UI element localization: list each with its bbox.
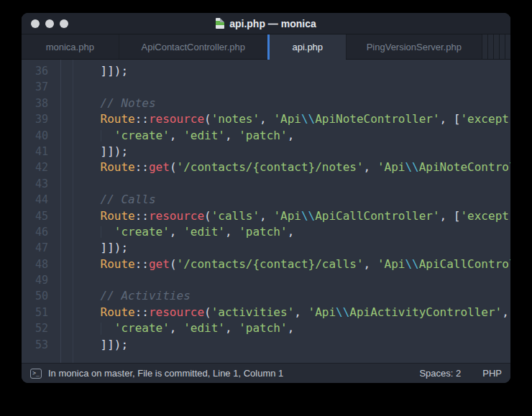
code-line[interactable]: 48 Route::get('/contacts/{contact}/calls… (22, 256, 510, 272)
code-line[interactable]: 38 // Notes (22, 96, 510, 111)
php-file-icon (216, 18, 224, 29)
overflow-tab[interactable] (487, 34, 493, 59)
status-bar: >_ In monica on master, File is committe… (22, 363, 510, 383)
line-number: 41 (22, 144, 60, 160)
code-text[interactable]: Route::resource('calls', 'Api\\ApiCallCo… (60, 208, 510, 224)
code-text[interactable]: ]]); (60, 337, 128, 353)
line-number: 43 (22, 176, 60, 192)
syntax-selector[interactable]: PHP (482, 368, 502, 379)
git-status-text: In monica on master, File is committed, … (48, 368, 283, 379)
code-text[interactable]: Route::get('/contacts/{contact}/calls', … (60, 256, 510, 272)
minimize-button[interactable] (45, 19, 54, 28)
code-line[interactable]: 52 'create', 'edit', 'patch', (22, 320, 510, 336)
code-line[interactable]: 51 Route::resource('activities', 'Api\\A… (22, 305, 510, 320)
code-text[interactable] (60, 79, 73, 95)
tab-monica-php[interactable]: monica.php (22, 34, 119, 59)
line-number: 52 (22, 320, 60, 336)
code-line[interactable]: 47 ]]); (22, 240, 510, 256)
line-number: 50 (22, 288, 60, 304)
terminal-prompt-icon: >_ (30, 369, 42, 379)
line-number: 44 (22, 192, 60, 208)
tab-apicontactcontroller-php[interactable]: ApiContactController.php (119, 34, 267, 59)
code-text[interactable]: // Activities (60, 288, 191, 304)
code-text[interactable]: ]]); (60, 63, 128, 79)
indent-guide (101, 226, 101, 238)
close-button[interactable] (31, 19, 40, 28)
overflow-tab[interactable] (493, 34, 499, 59)
code-text[interactable]: 'create', 'edit', 'patch', (60, 128, 294, 144)
code-text[interactable]: Route::resource('activities', 'Api\\ApiA… (60, 305, 510, 320)
code-text[interactable]: ]]); (60, 240, 128, 256)
code-text[interactable]: 'create', 'edit', 'patch', (60, 224, 294, 240)
line-number: 48 (22, 256, 60, 272)
tab-pingversionserver-php[interactable]: PingVersionServer.php (346, 34, 482, 59)
code-line[interactable]: 37 (22, 79, 510, 95)
code-line[interactable]: 43 (22, 176, 510, 192)
traffic-lights (31, 19, 68, 28)
overflow-tab[interactable] (482, 34, 487, 59)
code-line[interactable]: 39 Route::resource('notes', 'Api\\ApiNot… (22, 111, 510, 127)
overflow-tabs (482, 34, 510, 59)
line-number: 51 (22, 305, 60, 320)
code-line[interactable]: 46 'create', 'edit', 'patch', (22, 224, 510, 240)
indent-settings[interactable]: Spaces: 2 (419, 368, 461, 379)
overflow-tab[interactable] (505, 34, 510, 59)
line-number: 40 (22, 128, 60, 144)
code-text[interactable]: Route::get('/contacts/{contact}/notes', … (60, 160, 510, 175)
code-text[interactable]: ]]); (60, 144, 128, 160)
code-text[interactable]: Route::resource('notes', 'Api\\ApiNoteCo… (60, 111, 510, 127)
line-number: 39 (22, 111, 60, 127)
tab-api-php[interactable]: api.php (267, 34, 346, 60)
code-line[interactable]: 41 ]]); (22, 144, 510, 160)
line-number: 53 (22, 337, 60, 353)
code-editor[interactable]: 36 ]]);3738 // Notes39 Route::resource('… (22, 60, 510, 363)
title-bar[interactable]: api.php — monica (22, 13, 510, 34)
code-text[interactable]: // Calls (60, 192, 156, 208)
code-line[interactable]: 40 'create', 'edit', 'patch', (22, 128, 510, 144)
code-line[interactable]: 44 // Calls (22, 192, 510, 208)
window-title: api.php — monica (229, 18, 316, 29)
code-text[interactable] (60, 176, 73, 192)
code-line[interactable]: 42 Route::get('/contacts/{contact}/notes… (22, 160, 510, 175)
zoom-button[interactable] (60, 19, 68, 28)
line-number: 36 (22, 63, 60, 79)
tab-bar: monica.phpApiContactController.phpapi.ph… (22, 34, 510, 60)
line-number: 38 (22, 96, 60, 111)
code-line[interactable]: 50 // Activities (22, 288, 510, 304)
code-line[interactable]: 45 Route::resource('calls', 'Api\\ApiCal… (22, 208, 510, 224)
overflow-tab[interactable] (499, 34, 505, 59)
code-line[interactable]: 53 ]]); (22, 337, 510, 353)
indent-guide (101, 130, 101, 142)
code-line[interactable]: 36 ]]); (22, 63, 510, 79)
line-number: 47 (22, 240, 60, 256)
line-number: 45 (22, 208, 60, 224)
code-text[interactable] (60, 272, 73, 288)
line-number: 49 (22, 272, 60, 288)
line-number: 37 (22, 79, 60, 95)
code-line[interactable]: 49 (22, 272, 510, 288)
indent-guide (101, 323, 101, 334)
editor-window: api.php — monica monica.phpApiContactCon… (22, 13, 510, 383)
line-number: 46 (22, 224, 60, 240)
code-text[interactable]: // Notes (60, 96, 156, 111)
line-number: 42 (22, 160, 60, 175)
code-text[interactable]: 'create', 'edit', 'patch', (60, 320, 294, 336)
